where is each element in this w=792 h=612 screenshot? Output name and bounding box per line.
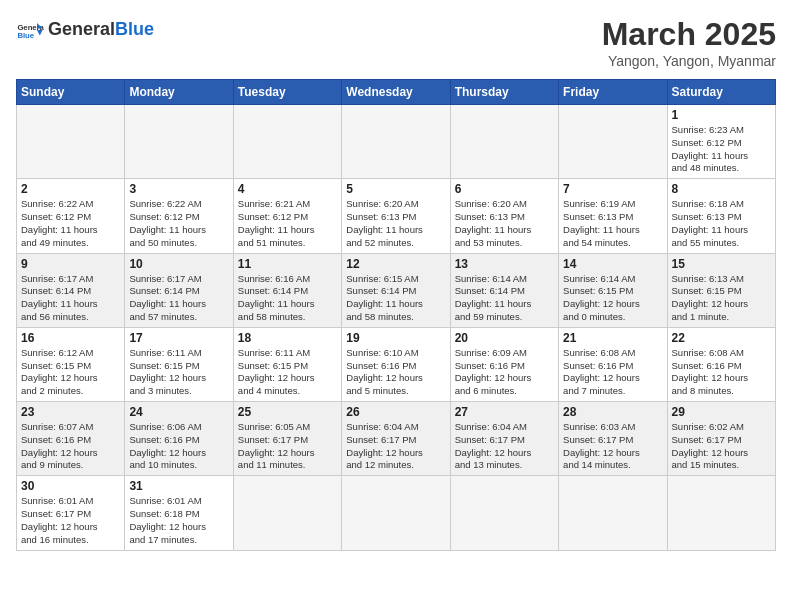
day-info: Sunrise: 6:11 AM Sunset: 6:15 PM Dayligh… [129,347,228,398]
calendar-cell [342,476,450,550]
day-info: Sunrise: 6:13 AM Sunset: 6:15 PM Dayligh… [672,273,771,324]
calendar-cell: 4Sunrise: 6:21 AM Sunset: 6:12 PM Daylig… [233,179,341,253]
calendar-cell: 24Sunrise: 6:06 AM Sunset: 6:16 PM Dayli… [125,402,233,476]
calendar-cell: 17Sunrise: 6:11 AM Sunset: 6:15 PM Dayli… [125,327,233,401]
day-info: Sunrise: 6:01 AM Sunset: 6:18 PM Dayligh… [129,495,228,546]
day-number: 24 [129,405,228,419]
day-number: 14 [563,257,662,271]
calendar-cell: 18Sunrise: 6:11 AM Sunset: 6:15 PM Dayli… [233,327,341,401]
weekday-header-thursday: Thursday [450,80,558,105]
day-number: 30 [21,479,120,493]
day-info: Sunrise: 6:14 AM Sunset: 6:15 PM Dayligh… [563,273,662,324]
calendar-cell [450,105,558,179]
calendar-cell: 6Sunrise: 6:20 AM Sunset: 6:13 PM Daylig… [450,179,558,253]
logo-text: GeneralBlue [48,20,154,40]
day-info: Sunrise: 6:04 AM Sunset: 6:17 PM Dayligh… [455,421,554,472]
calendar-cell: 31Sunrise: 6:01 AM Sunset: 6:18 PM Dayli… [125,476,233,550]
calendar-cell [559,476,667,550]
day-info: Sunrise: 6:22 AM Sunset: 6:12 PM Dayligh… [21,198,120,249]
day-info: Sunrise: 6:15 AM Sunset: 6:14 PM Dayligh… [346,273,445,324]
day-number: 20 [455,331,554,345]
day-info: Sunrise: 6:22 AM Sunset: 6:12 PM Dayligh… [129,198,228,249]
day-info: Sunrise: 6:08 AM Sunset: 6:16 PM Dayligh… [563,347,662,398]
weekday-header-saturday: Saturday [667,80,775,105]
calendar-cell [233,105,341,179]
day-info: Sunrise: 6:14 AM Sunset: 6:14 PM Dayligh… [455,273,554,324]
location: Yangon, Yangon, Myanmar [602,53,776,69]
calendar-cell: 20Sunrise: 6:09 AM Sunset: 6:16 PM Dayli… [450,327,558,401]
calendar-cell: 28Sunrise: 6:03 AM Sunset: 6:17 PM Dayli… [559,402,667,476]
day-info: Sunrise: 6:18 AM Sunset: 6:13 PM Dayligh… [672,198,771,249]
day-info: Sunrise: 6:20 AM Sunset: 6:13 PM Dayligh… [455,198,554,249]
day-number: 6 [455,182,554,196]
day-info: Sunrise: 6:17 AM Sunset: 6:14 PM Dayligh… [129,273,228,324]
weekday-header-monday: Monday [125,80,233,105]
calendar-cell: 30Sunrise: 6:01 AM Sunset: 6:17 PM Dayli… [17,476,125,550]
page-header: General Blue GeneralBlue March 2025 Yang… [16,16,776,69]
calendar-cell: 16Sunrise: 6:12 AM Sunset: 6:15 PM Dayli… [17,327,125,401]
logo-icon: General Blue [16,16,44,44]
calendar-cell [125,105,233,179]
day-info: Sunrise: 6:09 AM Sunset: 6:16 PM Dayligh… [455,347,554,398]
day-number: 4 [238,182,337,196]
calendar-cell: 8Sunrise: 6:18 AM Sunset: 6:13 PM Daylig… [667,179,775,253]
day-number: 29 [672,405,771,419]
day-info: Sunrise: 6:23 AM Sunset: 6:12 PM Dayligh… [672,124,771,175]
calendar-cell: 9Sunrise: 6:17 AM Sunset: 6:14 PM Daylig… [17,253,125,327]
calendar-cell: 26Sunrise: 6:04 AM Sunset: 6:17 PM Dayli… [342,402,450,476]
calendar-table: SundayMondayTuesdayWednesdayThursdayFrid… [16,79,776,551]
calendar-cell: 15Sunrise: 6:13 AM Sunset: 6:15 PM Dayli… [667,253,775,327]
day-info: Sunrise: 6:04 AM Sunset: 6:17 PM Dayligh… [346,421,445,472]
calendar-cell: 25Sunrise: 6:05 AM Sunset: 6:17 PM Dayli… [233,402,341,476]
calendar-cell: 19Sunrise: 6:10 AM Sunset: 6:16 PM Dayli… [342,327,450,401]
calendar-cell [342,105,450,179]
day-number: 10 [129,257,228,271]
calendar-cell: 7Sunrise: 6:19 AM Sunset: 6:13 PM Daylig… [559,179,667,253]
day-number: 9 [21,257,120,271]
calendar-cell [233,476,341,550]
day-number: 31 [129,479,228,493]
day-number: 27 [455,405,554,419]
day-info: Sunrise: 6:08 AM Sunset: 6:16 PM Dayligh… [672,347,771,398]
svg-text:Blue: Blue [17,31,34,40]
weekday-header-tuesday: Tuesday [233,80,341,105]
calendar-cell: 21Sunrise: 6:08 AM Sunset: 6:16 PM Dayli… [559,327,667,401]
calendar-cell: 13Sunrise: 6:14 AM Sunset: 6:14 PM Dayli… [450,253,558,327]
calendar-cell: 3Sunrise: 6:22 AM Sunset: 6:12 PM Daylig… [125,179,233,253]
day-number: 19 [346,331,445,345]
calendar-cell: 12Sunrise: 6:15 AM Sunset: 6:14 PM Dayli… [342,253,450,327]
day-info: Sunrise: 6:03 AM Sunset: 6:17 PM Dayligh… [563,421,662,472]
day-info: Sunrise: 6:11 AM Sunset: 6:15 PM Dayligh… [238,347,337,398]
day-number: 23 [21,405,120,419]
day-number: 17 [129,331,228,345]
calendar-cell [17,105,125,179]
calendar-cell [559,105,667,179]
day-number: 5 [346,182,445,196]
day-number: 1 [672,108,771,122]
calendar-cell [450,476,558,550]
day-info: Sunrise: 6:12 AM Sunset: 6:15 PM Dayligh… [21,347,120,398]
day-number: 13 [455,257,554,271]
weekday-header-friday: Friday [559,80,667,105]
day-number: 16 [21,331,120,345]
day-info: Sunrise: 6:06 AM Sunset: 6:16 PM Dayligh… [129,421,228,472]
day-info: Sunrise: 6:01 AM Sunset: 6:17 PM Dayligh… [21,495,120,546]
calendar-cell: 2Sunrise: 6:22 AM Sunset: 6:12 PM Daylig… [17,179,125,253]
day-info: Sunrise: 6:02 AM Sunset: 6:17 PM Dayligh… [672,421,771,472]
weekday-header-sunday: Sunday [17,80,125,105]
calendar-cell: 5Sunrise: 6:20 AM Sunset: 6:13 PM Daylig… [342,179,450,253]
day-number: 28 [563,405,662,419]
day-number: 18 [238,331,337,345]
day-number: 8 [672,182,771,196]
day-number: 7 [563,182,662,196]
month-title: March 2025 [602,16,776,53]
calendar-cell: 11Sunrise: 6:16 AM Sunset: 6:14 PM Dayli… [233,253,341,327]
calendar-cell [667,476,775,550]
day-number: 21 [563,331,662,345]
day-number: 15 [672,257,771,271]
calendar-cell: 10Sunrise: 6:17 AM Sunset: 6:14 PM Dayli… [125,253,233,327]
day-info: Sunrise: 6:10 AM Sunset: 6:16 PM Dayligh… [346,347,445,398]
logo: General Blue GeneralBlue [16,16,154,44]
day-info: Sunrise: 6:16 AM Sunset: 6:14 PM Dayligh… [238,273,337,324]
day-number: 25 [238,405,337,419]
